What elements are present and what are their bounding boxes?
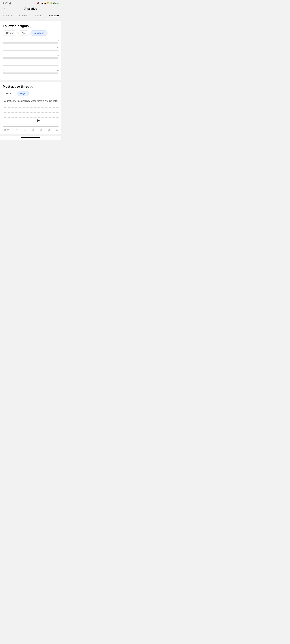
tab-viewers[interactable]: Viewers: [31, 12, 45, 19]
tab-overview[interactable]: Overview: [0, 12, 16, 19]
most-active-times-title: Most active times i: [3, 85, 58, 88]
progress-bg-2: [3, 50, 58, 51]
data-value-3: -%: [56, 54, 58, 56]
data-label-1: -: [3, 39, 4, 41]
data-value-2: -%: [56, 46, 58, 49]
progress-fill-5: [3, 72, 58, 74]
data-row-5: - -%: [3, 69, 58, 74]
progress-bg-1: [3, 42, 58, 44]
x-label-6: 15: [56, 129, 58, 131]
data-label-3: -: [3, 54, 4, 56]
camera-icon: 📹: [8, 2, 11, 4]
info-icon-active-times[interactable]: i: [30, 85, 33, 88]
tab-followers[interactable]: Followers: [45, 12, 61, 19]
main-content: Follower insights i Gender Age Locations…: [0, 21, 61, 134]
data-row-3: - -%: [3, 54, 58, 59]
nav-tabs: Overview Content Viewers Followers LIVE: [0, 12, 61, 19]
cursor-indicator: ▶: [37, 118, 40, 122]
follower-insights-card: Follower insights i Gender Age Locations…: [0, 21, 61, 80]
time-filter-buttons: Hours Days: [3, 91, 58, 96]
signal-bars-1: [40, 2, 42, 4]
progress-fill-1: [3, 42, 58, 44]
x-label-5: 14: [48, 129, 50, 131]
data-label-5: -: [3, 69, 4, 72]
data-value-4: -%: [56, 62, 58, 64]
x-label-1: 10: [16, 129, 18, 131]
chart-x-labels: Nov 09 10 11 12 13 14 15: [3, 129, 58, 131]
chart-container: ▶ Nov 09 10 11 12 13 14 15: [3, 106, 58, 131]
data-value-5: -%: [56, 69, 58, 72]
filter-locations[interactable]: Locations: [30, 30, 48, 36]
follower-filter-buttons: Gender Age Locations: [3, 30, 58, 36]
x-label-0: Nov 09: [4, 129, 10, 131]
progress-fill-3: [3, 58, 58, 59]
header: ← Analytics: [0, 6, 61, 12]
x-label-4: 13: [40, 129, 42, 131]
battery-level: 96%: [53, 2, 56, 4]
data-row-1: - -%: [3, 39, 58, 44]
status-time: 9:47: [3, 2, 8, 4]
progress-bg-3: [3, 58, 58, 59]
most-active-times-card: Most active times i Hours Days Informati…: [0, 82, 61, 134]
mute-icon: 🔕: [37, 2, 40, 4]
green-dot: [57, 3, 58, 4]
progress-fill-2: [3, 50, 58, 51]
x-label-3: 12: [32, 129, 34, 131]
filter-hours[interactable]: Hours: [3, 91, 15, 96]
wifi-icon: 📶: [46, 2, 49, 4]
data-label-4: -: [3, 62, 4, 64]
home-indicator: [0, 136, 61, 140]
data-row-4: - -%: [3, 62, 58, 66]
filter-age[interactable]: Age: [18, 30, 29, 36]
progress-bg-4: [3, 65, 58, 66]
data-row-2: - -%: [3, 46, 58, 51]
status-icons: 🔕 📶 🔋96%: [37, 2, 58, 4]
back-button[interactable]: ←: [3, 6, 8, 12]
home-bar: [21, 137, 40, 138]
x-label-2: 11: [24, 129, 26, 131]
data-label-2: -: [3, 46, 4, 49]
filter-days[interactable]: Days: [17, 91, 28, 96]
signal-bars-2: [44, 2, 46, 4]
filter-gender[interactable]: Gender: [3, 30, 17, 36]
progress-fill-4: [3, 65, 58, 66]
page-title: Analytics: [24, 7, 37, 10]
tab-content[interactable]: Content: [16, 12, 31, 19]
battery-icon: 🔋96%: [50, 2, 56, 4]
follower-insights-title: Follower insights i: [3, 24, 58, 28]
status-bar: 9:47 📹 🔕 📶 🔋96%: [0, 0, 61, 6]
data-value-1: -%: [56, 39, 58, 41]
info-icon-follower[interactable]: i: [30, 25, 32, 28]
progress-bg-5: [3, 72, 58, 74]
info-text: Information will be displayed when there…: [3, 99, 58, 103]
